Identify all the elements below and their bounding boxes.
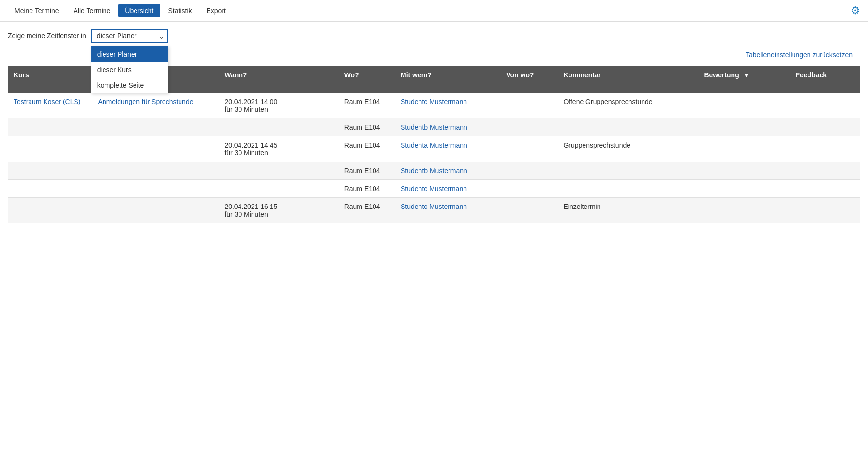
mitwem-link[interactable]: Studentb Mustermann [401, 167, 467, 175]
cell-planer [92, 118, 219, 136]
cell-mitwem: Studentc Mustermann [395, 180, 500, 198]
cell-kommentar: Einzeltermin [557, 198, 698, 223]
filter-dash-wann[interactable]: — [224, 81, 332, 88]
cell-wo: Raum E104 [339, 93, 395, 118]
cell-kommentar: Gruppensprechstunde [557, 136, 698, 162]
mitwem-link[interactable]: Studentc Mustermann [401, 185, 467, 192]
mitwem-link[interactable]: Studentc Mustermann [401, 98, 467, 105]
col-header-kommentar: Kommentar — [557, 66, 698, 93]
table-row: Testraum Koser (CLS) Anmeldungen für Spr… [8, 93, 860, 118]
col-header-wo: Wo? — [339, 66, 395, 93]
dropdown-item-dieser-kurs[interactable]: dieser Kurs [91, 62, 168, 77]
filter-dash-mitwem[interactable]: — [401, 81, 494, 88]
filter-dash-feedback[interactable]: — [795, 81, 854, 88]
planer-link[interactable]: Anmeldungen für Sprechstunde [98, 98, 194, 105]
filter-dash-bewertung[interactable]: — [704, 81, 784, 88]
cell-kurs [8, 180, 92, 198]
filter-row: Zeige meine Zeitfenster in dieser Planer… [0, 22, 868, 43]
nav-uebersicht[interactable]: Übersicht [118, 4, 160, 17]
nav-meine-termine[interactable]: Meine Termine [8, 4, 66, 17]
settings-icon[interactable]: ⚙ [851, 4, 860, 17]
top-navigation: Meine Termine Alle Termine Übersicht Sta… [0, 0, 868, 22]
cell-wann: 20.04.2021 14:00für 30 Minuten [219, 93, 338, 118]
cell-wann: 20.04.2021 14:45für 30 Minuten [219, 136, 338, 162]
cell-kurs [8, 198, 92, 223]
cell-mitwem: Studentb Mustermann [395, 162, 500, 180]
table-row: Raum E104 Studentc Mustermann [8, 180, 860, 198]
cell-wann [219, 118, 338, 136]
cell-planer: Anmeldungen für Sprechstunde [92, 93, 219, 118]
filter-dash-vonwo[interactable]: — [506, 81, 552, 88]
cell-kurs [8, 136, 92, 162]
col-header-wann: Wann? — [219, 66, 338, 93]
cell-wo: Raum E104 [339, 136, 395, 162]
table-row: 20.04.2021 14:45für 30 Minuten Raum E104… [8, 136, 860, 162]
col-header-vonwo: Von wo? — [500, 66, 557, 93]
cell-kommentar [557, 162, 698, 180]
col-header-kurs: Kurs — [8, 66, 92, 93]
cell-vonwo [500, 162, 557, 180]
filter-dash-kurs[interactable]: — [14, 81, 87, 88]
nav-alle-termine[interactable]: Alle Termine [67, 4, 118, 17]
mitwem-link[interactable]: Studentb Mustermann [401, 123, 467, 131]
cell-planer [92, 198, 219, 223]
nav-export[interactable]: Export [200, 4, 233, 17]
cell-kurs [8, 118, 92, 136]
dropdown-item-dieser-planer[interactable]: dieser Planer [91, 46, 168, 62]
cell-bewertung [698, 162, 790, 180]
cell-bewertung [698, 180, 790, 198]
cell-bewertung [698, 93, 790, 118]
cell-kurs [8, 162, 92, 180]
zeitfenster-select[interactable]: dieser Planerdieser Kurskomplette Seite [91, 29, 168, 43]
table-row: Raum E104 Studentb Mustermann [8, 162, 860, 180]
cell-feedback [790, 118, 860, 136]
cell-wo: Raum E104 [339, 198, 395, 223]
cell-wann [219, 180, 338, 198]
cell-mitwem: Studentb Mustermann [395, 118, 500, 136]
kurs-link[interactable]: Testraum Koser (CLS) [14, 98, 80, 105]
cell-vonwo [500, 198, 557, 223]
cell-mitwem: Studenta Mustermann [395, 136, 500, 162]
cell-mitwem: Studentc Mustermann [395, 93, 500, 118]
zeitfenster-select-wrapper: dieser Planerdieser Kurskomplette Seite … [91, 29, 168, 43]
cell-feedback [790, 162, 860, 180]
cell-kommentar [557, 118, 698, 136]
cell-wo: Raum E104 [339, 118, 395, 136]
cell-feedback [790, 136, 860, 162]
mitwem-link[interactable]: Studenta Mustermann [401, 141, 467, 149]
dropdown-item-komplette-seite[interactable]: komplette Seite [91, 77, 168, 93]
table-row: Raum E104 Studentb Mustermann [8, 118, 860, 136]
cell-wann: 20.04.2021 16:15für 30 Minuten [219, 198, 338, 223]
cell-wo: Raum E104 [339, 162, 395, 180]
cell-planer [92, 162, 219, 180]
cell-bewertung [698, 136, 790, 162]
col-header-feedback: Feedback — [790, 66, 860, 93]
mitwem-link[interactable]: Studentc Mustermann [401, 203, 467, 210]
nav-statistik[interactable]: Statistik [161, 4, 198, 17]
filter-label: Zeige meine Zeitfenster in [8, 32, 86, 40]
cell-wann [219, 162, 338, 180]
cell-kommentar [557, 180, 698, 198]
filter-dash-wo[interactable]: — [344, 81, 389, 88]
cell-wo: Raum E104 [339, 180, 395, 198]
cell-vonwo [500, 180, 557, 198]
cell-bewertung [698, 198, 790, 223]
cell-kurs: Testraum Koser (CLS) [8, 93, 92, 118]
reset-table-settings-link[interactable]: Tabelleneinstellungen zurücksetzen [746, 47, 860, 62]
cell-planer [92, 136, 219, 162]
cell-feedback [790, 180, 860, 198]
cell-feedback [790, 93, 860, 118]
cell-kommentar: Offene Gruppensprechstunde [557, 93, 698, 118]
cell-planer [92, 180, 219, 198]
col-header-mitwem: Mit wem? — [395, 66, 500, 93]
cell-feedback [790, 198, 860, 223]
filter-dash-kommentar[interactable]: — [563, 81, 692, 88]
cell-vonwo [500, 93, 557, 118]
table-body: Testraum Koser (CLS) Anmeldungen für Spr… [8, 93, 860, 223]
col-header-bewertung[interactable]: Bewertung ▼ — [698, 66, 790, 93]
table-row: 20.04.2021 16:15für 30 Minuten Raum E104… [8, 198, 860, 223]
cell-vonwo [500, 136, 557, 162]
cell-vonwo [500, 118, 557, 136]
cell-bewertung [698, 118, 790, 136]
cell-mitwem: Studentc Mustermann [395, 198, 500, 223]
